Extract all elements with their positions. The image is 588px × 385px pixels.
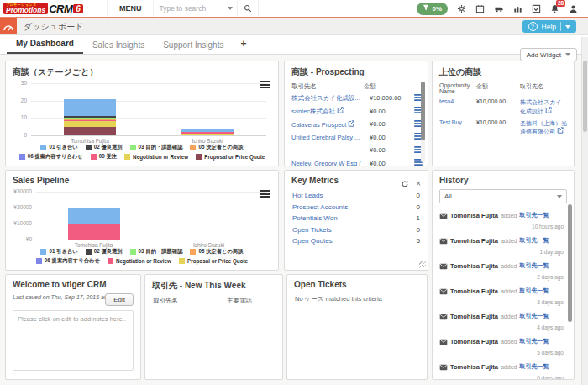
search-button[interactable] [237, 0, 259, 17]
account-name-link[interactable]: 株式会社スカイ化成設... [291, 94, 366, 103]
history-filter-select[interactable]: All [439, 189, 567, 203]
metric-row: Open Quotes5 [285, 235, 428, 247]
tab-my-dashboard[interactable]: My Dashboard [7, 35, 83, 54]
envelope-icon [439, 334, 448, 349]
history-target-link[interactable]: 取引先一覧 [519, 287, 549, 295]
bar-chart-icon[interactable] [513, 4, 522, 13]
notifications-bell-icon[interactable]: 28 [550, 4, 559, 13]
amount-value: ¥10,000.00 [476, 98, 520, 104]
metric-link[interactable]: Potentials Won [292, 214, 417, 222]
notes-area[interactable]: Please click on edit to add notes here.. [13, 310, 134, 371]
legend-item[interactable]: 01 引き合い [40, 144, 77, 151]
amount-value: ¥0.00 [370, 134, 412, 141]
history-target-link[interactable]: 取引先一覧 [519, 261, 549, 270]
legend-label: 03 目的・課題確認 [139, 144, 183, 151]
search-scope-chevron-down-icon[interactable] [228, 7, 233, 10]
page-scrollbar-thumb[interactable] [583, 61, 587, 132]
legend-item[interactable]: Proposal or Price Quote [196, 153, 265, 161]
van-icon[interactable] [494, 4, 504, 13]
history-item: Tomohisa Fujitaadded取引先一覧6 days ago [433, 358, 574, 380]
opportunity-name-link[interactable]: Test Buy [439, 119, 476, 125]
legend-item[interactable]: 06 提案内容すり合わせ [19, 153, 83, 161]
legend-item[interactable]: 06 提案内容すり合わせ [36, 257, 100, 265]
account-name-link[interactable]: United Cerebral Palsy ... [291, 134, 366, 141]
legend-item[interactable]: 09 受注 [91, 153, 117, 161]
widget-key-metrics: Key Metrics × Hot Leads0Prospect Account… [284, 170, 428, 271]
legend-swatch [40, 249, 46, 255]
user-icon[interactable] [569, 4, 578, 13]
legend-item[interactable]: Negotiation or Review [124, 153, 188, 161]
page-title: ダッシュボード [24, 21, 83, 33]
legend-label: 05 決定者との商談 [198, 144, 243, 151]
app-logo[interactable]: プロモーションズPromotions CRM 6 [3, 1, 83, 16]
account-name-link[interactable]: Calaveras Prospect [291, 120, 366, 129]
settings-gear-icon[interactable] [457, 4, 466, 13]
refresh-icon[interactable] [401, 177, 409, 192]
add-tab-button[interactable]: + [233, 36, 254, 54]
metric-link[interactable]: Open Quotes [292, 237, 417, 245]
tab-sales-insights[interactable]: Sales Insights [83, 37, 154, 54]
widget-title: Welcome to vtiger CRM [6, 275, 140, 291]
legend-item[interactable]: Negotiation or Review [108, 257, 171, 265]
tasks-checkbox-icon[interactable] [532, 4, 541, 13]
legend-label: Proposal or Price Quote [187, 258, 248, 264]
history-timestamp: 4 days ago [439, 324, 564, 330]
external-link-icon[interactable] [545, 107, 552, 116]
legend-item[interactable]: 02 優良選別 [86, 144, 123, 151]
menu-button[interactable]: MENU [107, 0, 155, 17]
question-icon: ? [528, 22, 538, 31]
opportunity-name-link[interactable]: teso4 [439, 98, 476, 104]
external-link-icon[interactable] [337, 107, 344, 115]
history-target-link[interactable]: 取引先一覧 [519, 312, 549, 320]
bar-ichiro-suzuki[interactable] [181, 129, 234, 135]
history-target-link[interactable]: 取引先一覧 [519, 337, 549, 345]
bar-tomohisa-fujita[interactable] [64, 99, 116, 135]
legend-item[interactable]: Proposal or Price Quote [179, 257, 248, 265]
metric-link[interactable]: Open Tickets [292, 226, 417, 234]
account-name-link[interactable]: Neeley, Gregory W Esq ( [291, 160, 366, 166]
bar-segment [64, 99, 116, 117]
legend-item[interactable]: 05 決定者との商談 [190, 248, 243, 256]
scrollbar-thumb[interactable] [568, 204, 572, 322]
chart-legend: 01 引き合い02 優良選別03 目的・課題確認05 決定者との商談06 提案内… [14, 144, 270, 161]
resize-handle[interactable] [419, 261, 426, 268]
account-name-link[interactable]: santec株式会社 [291, 107, 366, 116]
envelope-icon [439, 208, 448, 223]
metric-link[interactable]: Hot Leads [292, 192, 417, 199]
table-row: United Cerebral Palsy ...¥0.00 [291, 131, 423, 145]
account-name-link[interactable]: 株式会社スカイ化成設計 [520, 98, 567, 116]
close-icon[interactable]: × [416, 181, 421, 187]
legend-item[interactable]: 03 目的・課題確認 [130, 248, 183, 256]
history-action: added [501, 213, 517, 219]
tab-support-insights[interactable]: Support Insights [154, 37, 233, 54]
widget-accounts-new-this-week: 取引先 - New This Week 取引先名 主要電話 [144, 274, 283, 380]
legend-item[interactable]: 01 引き合い [40, 248, 77, 256]
amount-value: ¥10,000.00 [476, 119, 520, 125]
divider [560, 22, 561, 31]
help-button[interactable]: ? Help [522, 20, 576, 33]
dashboard-gauge-icon[interactable] [0, 18, 17, 34]
legend-item[interactable]: 02 優良選別 [86, 248, 123, 256]
usage-badge[interactable]: 0% [417, 3, 448, 15]
add-widget-button[interactable]: Add Widget [520, 48, 577, 61]
edit-button[interactable]: Edit [105, 293, 134, 306]
history-target-link[interactable]: 取引先一覧 [519, 362, 549, 371]
external-link-icon[interactable] [557, 127, 564, 136]
legend-swatch [196, 154, 202, 160]
account-name-link[interactable]: 圣德科（上海）光通信有限公司 [520, 119, 567, 137]
scrollbar-thumb[interactable] [421, 82, 425, 140]
chart-menu-icon[interactable] [260, 81, 270, 88]
legend-label: 06 提案内容すり合わせ [28, 153, 83, 161]
top-navigation-bar: プロモーションズPromotions CRM 6 MENU 0% 28 [0, 0, 588, 18]
history-target-link[interactable]: 取引先一覧 [519, 236, 549, 245]
search-input[interactable] [154, 4, 228, 13]
legend-item[interactable]: 05 決定者との商談 [190, 144, 243, 151]
metric-link[interactable]: Prospect Accounts [292, 203, 417, 211]
legend-item[interactable]: 03 目的・課題確認 [130, 144, 183, 151]
history-target-link[interactable]: 取引先一覧 [519, 211, 549, 219]
widget-title: History [433, 171, 574, 187]
table-row: Neeley, Gregory W Esq (¥0.00 [291, 157, 423, 167]
bar-tomohisa-fujita[interactable] [68, 208, 120, 240]
calendar-icon[interactable] [475, 4, 485, 13]
external-link-icon[interactable] [348, 120, 354, 129]
